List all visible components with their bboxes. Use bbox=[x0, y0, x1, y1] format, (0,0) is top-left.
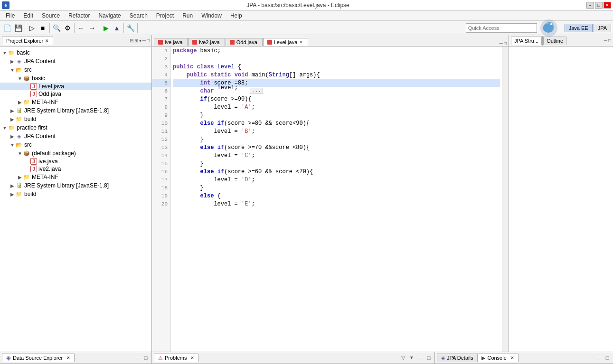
tree-item-src[interactable]: ▼ 📂 src bbox=[0, 65, 151, 74]
new-button[interactable]: 📄 bbox=[2, 23, 12, 33]
tb-btn-8[interactable]: → bbox=[87, 23, 97, 33]
close-button[interactable]: ✕ bbox=[604, 2, 611, 9]
tree-item-jpa-content[interactable]: ▶ ◈ JPA Content bbox=[0, 57, 151, 65]
tree-item-src-2[interactable]: ▼ 📂 src bbox=[0, 140, 151, 149]
tree-item-build-2[interactable]: ▶ 📁 build bbox=[0, 190, 151, 198]
tree-item-ive2-java[interactable]: J ive2.java bbox=[0, 165, 151, 173]
right-minimize-btn[interactable]: ─ bbox=[604, 38, 607, 43]
minimize-panel-btn[interactable]: ─ bbox=[142, 38, 146, 43]
ds-minimize-btn[interactable]: ─ bbox=[133, 354, 141, 362]
tree-item-odd-java[interactable]: J Odd.java bbox=[0, 90, 151, 98]
editor-scrollbar[interactable] bbox=[502, 47, 509, 352]
maximize-panel-btn[interactable]: □ bbox=[147, 38, 150, 43]
tb-btn-6[interactable]: ⚙ bbox=[62, 23, 73, 33]
close-tab-level[interactable]: ✕ bbox=[299, 40, 303, 45]
tb-btn-2[interactable]: 💾 bbox=[13, 23, 23, 33]
tree-item-default-pkg[interactable]: ▼ 📦 (default package) bbox=[0, 149, 151, 158]
console-maximize-btn[interactable]: □ bbox=[604, 354, 611, 362]
tb-btn-7[interactable]: ← bbox=[76, 23, 86, 33]
menu-project[interactable]: Project bbox=[152, 11, 178, 20]
filter-problems-btn[interactable]: ▽ bbox=[399, 354, 407, 362]
tb-btn-4[interactable]: ■ bbox=[38, 23, 48, 33]
tree-item-jre-2[interactable]: ▶ 🗄 JRE System Library [JavaSE-1.8] bbox=[0, 181, 151, 190]
right-panel: JPA Stru... Outline ─ □ bbox=[509, 35, 613, 352]
menu-source[interactable]: Source bbox=[38, 11, 64, 20]
problems-menu-btn[interactable]: ▾ bbox=[408, 354, 415, 362]
menu-search[interactable]: Search bbox=[126, 11, 151, 20]
tab-ive2-java[interactable]: ive2.java bbox=[188, 38, 225, 46]
code-line-4: public static void main(String[] args){ bbox=[173, 71, 500, 79]
tree-item-basic[interactable]: ▼ 📁 basic bbox=[0, 48, 151, 57]
tab-outline[interactable]: Outline bbox=[543, 37, 566, 45]
tree-item-meta-inf[interactable]: ▶ 📁 META-INF bbox=[0, 98, 151, 106]
jpa-structure-label: JPA Stru... bbox=[514, 38, 538, 44]
code-line-13: else if(score >=70 &&score <80){ bbox=[173, 143, 500, 151]
line-num-9: 9 bbox=[152, 111, 170, 119]
menu-window[interactable]: Window bbox=[198, 11, 226, 20]
debug-button[interactable]: ▲ bbox=[112, 23, 122, 33]
tree-label: META-INF bbox=[32, 99, 58, 105]
src-icon: 📂 bbox=[15, 66, 23, 74]
close-datasource-tab[interactable]: ✕ bbox=[66, 355, 70, 360]
menu-file[interactable]: File bbox=[2, 11, 19, 20]
tree-item-jre[interactable]: ▶ 🗄 JRE System Library [JavaSE-1.8] bbox=[0, 106, 151, 115]
right-maximize-btn[interactable]: □ bbox=[608, 38, 611, 43]
problems-panel: ⚠ Problems ✕ ▽ ▾ ─ □ 0 errors, 2 warning… bbox=[152, 352, 435, 364]
tree-item-ive-java[interactable]: J ive.java bbox=[0, 158, 151, 165]
tab-datasource[interactable]: ◉ Data Source Explorer ✕ bbox=[2, 354, 75, 362]
tab-project-explorer[interactable]: Project Explorer ✕ bbox=[2, 37, 53, 45]
code-editor[interactable]: 1 2 3 4 5 6 7 8 9 10 11 12 13 14 15 16 1… bbox=[152, 47, 509, 352]
tree-item-jpa-content-2[interactable]: ▶ ◈ JPA Content bbox=[0, 132, 151, 140]
tree-item-package-basic[interactable]: ▼ 📦 basic bbox=[0, 74, 151, 83]
tab-problems[interactable]: ⚠ Problems ✕ bbox=[154, 354, 198, 362]
editor-maximize-btn[interactable]: □ bbox=[504, 41, 507, 46]
menu-navigate[interactable]: Navigate bbox=[94, 11, 124, 20]
tree-item-practice-first[interactable]: ▼ 📁 practice first bbox=[0, 123, 151, 132]
tab-console[interactable]: ▶ Console ✕ bbox=[477, 354, 518, 362]
menu-run[interactable]: Run bbox=[179, 11, 197, 20]
link-editor-btn[interactable]: ⊞ bbox=[134, 38, 138, 43]
tree-item-build[interactable]: ▶ 📁 build bbox=[0, 115, 151, 123]
perspective-javaee[interactable]: Java EE bbox=[565, 24, 593, 32]
line-num-2: 2 bbox=[152, 55, 170, 63]
tb-btn-9[interactable]: 🔧 bbox=[125, 23, 136, 33]
package-icon: 📦 bbox=[23, 149, 30, 157]
editor-minimize-btn[interactable]: ─ bbox=[500, 41, 503, 46]
maximize-button[interactable]: □ bbox=[595, 2, 603, 9]
quick-access-input[interactable] bbox=[466, 23, 537, 33]
close-console-tab[interactable]: ✕ bbox=[510, 355, 514, 360]
tree-item-level-java[interactable]: J Level.java bbox=[0, 83, 151, 90]
tree-item-meta-inf-2[interactable]: ▶ 📁 META-INF bbox=[0, 173, 151, 181]
datasource-tab-icon: ◉ bbox=[6, 355, 11, 361]
code-line-19: else { bbox=[173, 192, 500, 200]
tb-btn-3[interactable]: ▷ bbox=[27, 23, 37, 33]
tab-level-java[interactable]: Level.java ✕ bbox=[263, 38, 309, 46]
console-tab-icon: ▶ bbox=[481, 355, 485, 361]
menu-help[interactable]: Help bbox=[226, 11, 246, 20]
folder-icon: 📁 bbox=[23, 173, 30, 181]
code-content[interactable]: package basic; public class Level { publ… bbox=[171, 47, 502, 352]
tb-btn-5[interactable]: 🔍 bbox=[51, 23, 62, 33]
tab-jpa-details[interactable]: ◈ JPA Details bbox=[437, 354, 477, 362]
menu-edit[interactable]: Edit bbox=[19, 11, 37, 20]
problems-maximize-btn[interactable]: □ bbox=[425, 354, 433, 362]
main-layout: Project Explorer ✕ ⊟ ⊞ ▾ ─ □ ▼ 📁 basic ▶… bbox=[0, 35, 613, 352]
menu-refactor[interactable]: Refactor bbox=[65, 11, 94, 20]
problems-minimize-btn[interactable]: ─ bbox=[416, 354, 424, 362]
view-menu-btn[interactable]: ▾ bbox=[139, 38, 141, 43]
perspective-jpa[interactable]: JPA bbox=[594, 24, 611, 32]
tab-ive-java[interactable]: ive.java bbox=[154, 38, 188, 46]
code-line-20: level = 'E'; bbox=[173, 200, 500, 208]
console-minimize-btn[interactable]: ─ bbox=[595, 354, 603, 362]
tab-jpa-structure[interactable]: JPA Stru... bbox=[511, 37, 542, 45]
collapse-all-btn[interactable]: ⊟ bbox=[130, 38, 133, 43]
close-project-explorer[interactable]: ✕ bbox=[45, 38, 49, 43]
minimize-button[interactable]: − bbox=[586, 2, 594, 9]
tab-odd-java[interactable]: Odd.java bbox=[226, 38, 263, 46]
run-button[interactable]: ▶ bbox=[101, 23, 111, 33]
jpa-icon: ◈ bbox=[15, 57, 23, 65]
ds-maximize-btn[interactable]: □ bbox=[142, 354, 150, 362]
tree-label: practice first bbox=[17, 124, 47, 131]
close-problems-tab[interactable]: ✕ bbox=[190, 355, 194, 360]
expand-icon: ▼ bbox=[9, 67, 15, 73]
